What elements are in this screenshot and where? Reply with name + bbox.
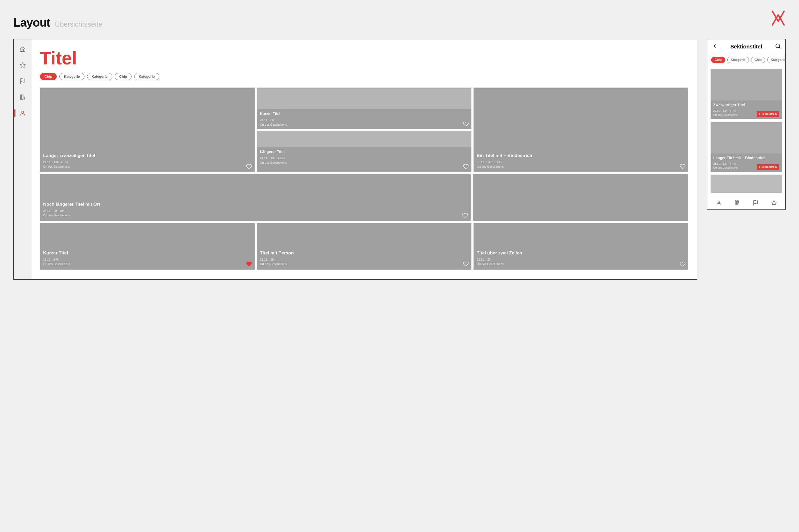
card2-meta: 24.11. · 0hOrt des Geschehens xyxy=(260,118,468,127)
card2-title: Kurzer Titel xyxy=(260,112,468,116)
mobile-card2-body: Langer Titel mit – Bindestrich 21.11. · … xyxy=(711,154,782,172)
card6-heart[interactable] xyxy=(246,261,252,267)
mobile-card1-row: 22.11. · 13h · 4 PrsOrt des Geschehens T… xyxy=(713,109,779,117)
chip-chip-2[interactable]: Chip xyxy=(115,73,131,80)
card4-heart[interactable] xyxy=(680,164,686,170)
card5-heart[interactable] xyxy=(462,212,468,218)
mobile-card-1: Zweiwörtiger Titel 22.11. · 13h · 4 PrsO… xyxy=(711,69,782,119)
svg-rect-8 xyxy=(735,201,736,205)
mobile-card1-body: Zweiwörtiger Titel 22.11. · 13h · 4 PrsO… xyxy=(711,101,782,119)
svg-point-4 xyxy=(22,111,24,113)
card6-text: Kurzer Titel 19.12. · 14hOrt des Gescheh… xyxy=(40,247,255,270)
mobile-card-2: Langer Titel mit – Bindestrich 21.11. · … xyxy=(711,121,782,172)
content-title: Titel xyxy=(40,49,688,67)
sidebar-person[interactable] xyxy=(19,109,26,117)
mobile-header-title: Sektionstitel xyxy=(730,44,762,50)
card4-meta: 21.11. · 14h · 8 PrsOrt des Geschehens xyxy=(477,160,685,169)
card7-meta: 22.12. · 18hOrt des Geschehens xyxy=(260,258,468,266)
chip-kategorie-1[interactable]: Kategorie xyxy=(59,73,85,80)
card4-text: Ein Titel mit – Bindestrich 21.11. · 14h… xyxy=(474,150,688,172)
mobile-nav-flag[interactable] xyxy=(752,200,759,206)
svg-rect-3 xyxy=(22,95,23,99)
sidebar-home[interactable] xyxy=(19,45,26,53)
sidebar-library[interactable] xyxy=(19,93,26,101)
card3-heart[interactable] xyxy=(463,164,469,170)
mobile-card2-title: Langer Titel mit – Bindestrich xyxy=(713,156,779,160)
mobile-cards: Zweiwörtiger Titel 22.11. · 13h · 4 PrsO… xyxy=(707,66,785,196)
mobile-card1-meta: 22.11. · 13h · 4 PrsOrt des Geschehens xyxy=(713,109,738,117)
sidebar xyxy=(14,39,32,279)
mobile-bottom-nav xyxy=(707,196,785,209)
card1-meta: 21.11. · 13h · 4 PrsOrt des Geschehens xyxy=(43,160,251,169)
mobile-nav-person[interactable] xyxy=(715,200,722,206)
card5-meta: 24.11. · 2h · 10hOrt des Geschehens xyxy=(43,209,468,218)
brand-logo xyxy=(771,10,786,26)
mobile-card2-row: 21.11. · 13h · 4 PrsOrt des Geschehens T… xyxy=(713,162,779,170)
card7-text: Titel mit Person 22.12. · 18hOrt des Ges… xyxy=(257,247,471,270)
card8-text: Titel über zwei Zeilen 22.11. · 20hOrt d… xyxy=(474,247,688,270)
card6-title: Kurzer Titel xyxy=(43,250,251,256)
card3-meta: 21.11. · 13h · 4 PrsOrt des Geschehens xyxy=(260,156,468,165)
chip-kategorie-2[interactable]: Kategorie xyxy=(87,73,112,80)
mobile-chip-1[interactable]: Chip xyxy=(711,57,725,63)
card-titel-mit-person: Titel mit Person 22.12. · 18hOrt des Ges… xyxy=(257,223,471,270)
svg-marker-11 xyxy=(771,200,776,205)
card4-title: Ein Titel mit – Bindestrich xyxy=(477,153,685,158)
card8-heart[interactable] xyxy=(680,261,686,267)
chip-chip-1[interactable]: Chip xyxy=(40,73,57,80)
page-header: Layout Übersichtsseite xyxy=(13,10,786,29)
svg-point-7 xyxy=(718,201,720,203)
mobile-card1-cta[interactable]: TEILNEHMEN xyxy=(757,111,779,117)
card3-title: Längerer Titel xyxy=(260,150,468,154)
page-title: Layout xyxy=(13,16,50,29)
card3-body: Längerer Titel 21.11. · 13h · 4 PrsOrt d… xyxy=(257,147,471,172)
mobile-card1-title: Zweiwörtiger Titel xyxy=(713,103,779,107)
card2-heart[interactable] xyxy=(463,121,469,127)
card1-heart[interactable] xyxy=(246,164,252,170)
mobile-nav-library[interactable] xyxy=(734,200,741,206)
desktop-filter-chips: Chip Kategorie Kategorie Chip Kategorie xyxy=(40,73,688,80)
card2-body: Kurzer Titel 24.11. · 0hOrt des Geschehe… xyxy=(257,109,471,129)
svg-rect-9 xyxy=(737,201,738,205)
mobile-chip-2[interactable]: Kategorie xyxy=(727,57,749,63)
desktop-frame: Titel Chip Kategorie Kategorie Chip Kate… xyxy=(13,39,697,280)
mobile-chips: Chip Kategorie Chip Kategorie xyxy=(707,54,785,66)
mobile-card2-cta[interactable]: TEILNEHMEN xyxy=(757,164,779,170)
card-noch-langerer: Noch längerer Titel mit Ort 24.11. · 2h … xyxy=(40,174,471,221)
mobile-chip-3[interactable]: Chip xyxy=(751,57,765,63)
main-wrapper: Titel Chip Kategorie Kategorie Chip Kate… xyxy=(13,39,786,280)
mobile-chip-4[interactable]: Kategorie xyxy=(767,57,785,63)
sidebar-flag[interactable] xyxy=(19,77,26,85)
card5-title: Noch längerer Titel mit Ort xyxy=(43,202,468,207)
mobile-card2-image xyxy=(711,121,782,154)
card-langer-zweizeiliger: Langer zweizeiliger Titel 21.11. · 13h ·… xyxy=(40,88,255,172)
chip-kategorie-3[interactable]: Kategorie xyxy=(134,73,159,80)
card-kurzer-titel: Kurzer Titel 24.11. · 0hOrt des Geschehe… xyxy=(257,88,471,129)
svg-rect-2 xyxy=(20,95,22,99)
card8-title: Titel über zwei Zeilen xyxy=(477,250,685,256)
mobile-search-button[interactable] xyxy=(775,43,781,50)
mobile-nav-star[interactable] xyxy=(770,200,777,206)
mobile-frame: Sektionstitel Chip Kategorie Chip Katego… xyxy=(707,39,786,210)
sidebar-star[interactable] xyxy=(19,61,26,69)
content-area: Titel Chip Kategorie Kategorie Chip Kate… xyxy=(32,39,697,279)
card6-meta: 19.12. · 14hOrt des Geschehens xyxy=(43,258,251,266)
mobile-card1-image xyxy=(711,69,782,101)
mobile-back-button[interactable] xyxy=(712,43,718,50)
card7-heart[interactable] xyxy=(463,261,469,267)
card-langerer-titel: Längerer Titel 21.11. · 13h · 4 PrsOrt d… xyxy=(257,131,471,172)
svg-line-6 xyxy=(779,47,780,48)
mobile-header: Sektionstitel xyxy=(707,39,785,54)
card7-title: Titel mit Person xyxy=(260,250,468,256)
card1-text: Langer zweizeiliger Titel 21.11. · 13h ·… xyxy=(40,150,255,172)
page-subtitle: Übersichtsseite xyxy=(55,20,102,28)
mobile-card2-meta: 21.11. · 13h · 4 PrsOrt des Geschehens xyxy=(713,162,738,170)
svg-marker-0 xyxy=(20,62,25,68)
title-area: Layout Übersichtsseite xyxy=(13,16,102,29)
card3-image xyxy=(257,131,471,147)
mobile-card-3-partial xyxy=(711,175,782,193)
card-image-tall: Ein Titel mit – Bindestrich 21.11. · 14h… xyxy=(474,88,688,172)
card5-text: Noch längerer Titel mit Ort 24.11. · 2h … xyxy=(40,198,471,221)
card1-title: Langer zweizeiliger Titel xyxy=(43,153,251,158)
card-right-partial xyxy=(473,174,688,221)
